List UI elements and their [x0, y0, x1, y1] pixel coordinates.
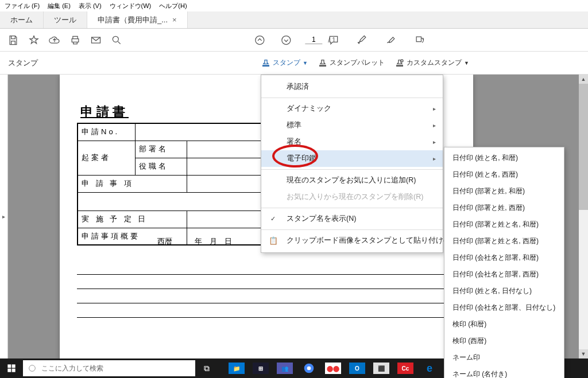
svg-point-4 [401, 60, 403, 62]
print-icon[interactable] [68, 33, 83, 48]
save-icon[interactable] [6, 33, 21, 48]
menu-eseal[interactable]: 電子印鑑▸ [261, 150, 443, 167]
tab-document[interactable]: 申請書（費用申請_... × [87, 11, 188, 28]
vertical-scrollbar[interactable]: ▲ ▼ [579, 75, 588, 358]
taskbar-search-placeholder: ここに入力して検索 [41, 364, 103, 373]
taskbar-app[interactable]: 📁 [225, 358, 248, 378]
eseal-option[interactable]: 日付印 (姓と名, 和暦) [444, 150, 564, 166]
cloud-upload-icon[interactable] [47, 33, 62, 48]
side-panel-handle[interactable]: ▸ [0, 75, 8, 358]
svg-point-11 [307, 367, 311, 371]
stamp-toolbar: スタンプ スタンプ ▼ スタンプパレット カスタムスタンプ ▼ [0, 52, 588, 75]
eseal-option[interactable]: ネーム印 (名付き) [444, 366, 564, 378]
dept-label: 部署名 [135, 141, 187, 158]
page-down-icon[interactable] [278, 33, 293, 48]
menu-edit[interactable]: 編集 (E) [48, 2, 71, 10]
eseal-option[interactable]: 検印 (西暦) [444, 333, 564, 349]
menu-approved[interactable]: 承認済 [261, 79, 443, 95]
eseal-option[interactable]: 日付印 (部署と姓と名, 和暦) [444, 216, 564, 233]
chevron-right-icon: ▸ [433, 106, 436, 112]
menu-window[interactable]: ウィンドウ(W) [110, 2, 152, 10]
menu-show-name[interactable]: ✓スタンプ名を表示(N) [261, 211, 443, 227]
menu-file[interactable]: ファイル (F) [5, 2, 40, 10]
scheddate-label: 実 施 予 定 日 [78, 211, 187, 228]
custom-stamp-dropdown[interactable]: カスタムスタンプ ▼ [395, 58, 469, 68]
svg-point-3 [282, 36, 291, 44]
svg-point-2 [256, 36, 264, 44]
menu-help[interactable]: ヘルプ(H) [159, 2, 187, 10]
eseal-option[interactable]: 日付印 (姓と名, 西暦) [444, 166, 564, 183]
tab-tools[interactable]: ツール [44, 11, 87, 28]
windows-icon [7, 364, 16, 373]
stamp-icon [261, 59, 270, 68]
eseal-option[interactable]: 日付印 (会社名と部署、日付なし) [444, 299, 564, 316]
tab-home[interactable]: ホーム [0, 11, 44, 28]
eseal-option[interactable]: 検印 (和暦) [444, 316, 564, 333]
annot-tools [326, 33, 433, 48]
taskbar-app[interactable]: ⬤⬤ [322, 358, 345, 378]
chevron-right-icon: ▸ [433, 122, 436, 128]
svg-rect-8 [12, 369, 16, 372]
rotate-icon[interactable] [412, 33, 427, 48]
eseal-option[interactable]: 日付印 (会社名と部署, 西暦) [444, 266, 564, 283]
stamp-palette[interactable]: スタンプパレット [318, 58, 385, 68]
star-icon[interactable] [26, 33, 41, 48]
stamp-label: スタンプ [8, 58, 38, 68]
caret-down-icon: ▼ [303, 60, 308, 66]
svg-point-9 [29, 365, 36, 372]
taskbar-edge[interactable]: e [418, 358, 441, 378]
chevron-right-icon: ▸ [433, 139, 436, 145]
stamp-palette-label: スタンプパレット [330, 58, 385, 68]
eseal-option[interactable]: ネーム印 [444, 349, 564, 366]
eseal-option[interactable]: 日付印 (部署と姓と名, 西暦) [444, 233, 564, 250]
start-button[interactable] [0, 358, 23, 378]
zoom-icon[interactable] [109, 33, 124, 48]
eseal-option[interactable]: 日付印 (姓と名, 日付なし) [444, 283, 564, 299]
clipboard-icon: 📋 [268, 236, 278, 245]
page-number-input[interactable] [305, 36, 322, 44]
task-view-icon[interactable]: ⧉ [195, 358, 218, 378]
page-up-icon[interactable] [252, 33, 267, 48]
stamp-dropdown-label: スタンプ [273, 58, 300, 68]
cortana-icon [28, 364, 37, 373]
highlight-icon[interactable] [355, 33, 370, 48]
svg-rect-7 [7, 369, 11, 372]
main-toolbar: / 1 [0, 29, 588, 52]
menu-view[interactable]: 表示 (V) [79, 2, 102, 10]
menu-add-fav[interactable]: 現在のスタンプをお気に入りに追加(R) [261, 172, 443, 189]
drafter-label: 起案者 [78, 141, 135, 175]
scroll-down-icon[interactable]: ▼ [579, 349, 588, 358]
req-no-label: 申請No. [78, 123, 135, 141]
eseal-option[interactable]: 日付印 (会社名と部署, 和暦) [444, 250, 564, 266]
menu-sign[interactable]: 署名▸ [261, 134, 443, 150]
scroll-up-icon[interactable]: ▲ [579, 75, 588, 84]
item-label: 申 請 事 項 [78, 175, 187, 192]
tab-close-icon[interactable]: × [172, 15, 177, 24]
custom-stamp-label: カスタムスタンプ [407, 58, 462, 68]
eseal-option[interactable]: 日付印 (部署と姓, 西暦) [444, 200, 564, 216]
eseal-submenu: 日付印 (姓と名, 和暦) 日付印 (姓と名, 西暦) 日付印 (部署と姓, 和… [444, 147, 564, 378]
mail-icon[interactable] [88, 33, 103, 48]
taskbar-chrome[interactable] [297, 358, 320, 378]
western-date-text: 西暦 年 月 日 [157, 236, 232, 247]
page-nav: / 1 [252, 33, 335, 48]
taskbar-search[interactable]: ここに入力して検索 [23, 360, 195, 376]
role-label: 役職名 [135, 158, 187, 175]
caret-down-icon: ▼ [464, 60, 469, 66]
check-icon: ✓ [270, 215, 276, 223]
menu-dynamic[interactable]: ダイナミック▸ [261, 100, 443, 117]
taskbar-cc[interactable]: Cc [394, 358, 417, 378]
eseal-option[interactable]: 日付印 (部署と姓, 和暦) [444, 183, 564, 200]
menu-standard[interactable]: 標準▸ [261, 117, 443, 134]
stamp-dropdown[interactable]: スタンプ ▼ [261, 58, 308, 68]
taskbar-app[interactable]: ⬛ [370, 358, 393, 378]
scroll-thumb[interactable] [579, 84, 588, 210]
taskbar-app[interactable]: 👥 [273, 358, 296, 378]
sign-icon[interactable] [384, 33, 399, 48]
taskbar-outlook[interactable]: O [346, 358, 369, 378]
taskbar-app[interactable]: ⊞ [249, 358, 272, 378]
stamp-menu: 承認済 ダイナミック▸ 標準▸ 署名▸ 電子印鑑▸ 現在のスタンプをお気に入りに… [261, 75, 443, 253]
menu-clipboard-stamp[interactable]: 📋クリップボード画像をスタンプとして貼り付け(D) [261, 232, 443, 249]
comment-icon[interactable] [326, 33, 341, 48]
chrome-icon [303, 363, 315, 374]
